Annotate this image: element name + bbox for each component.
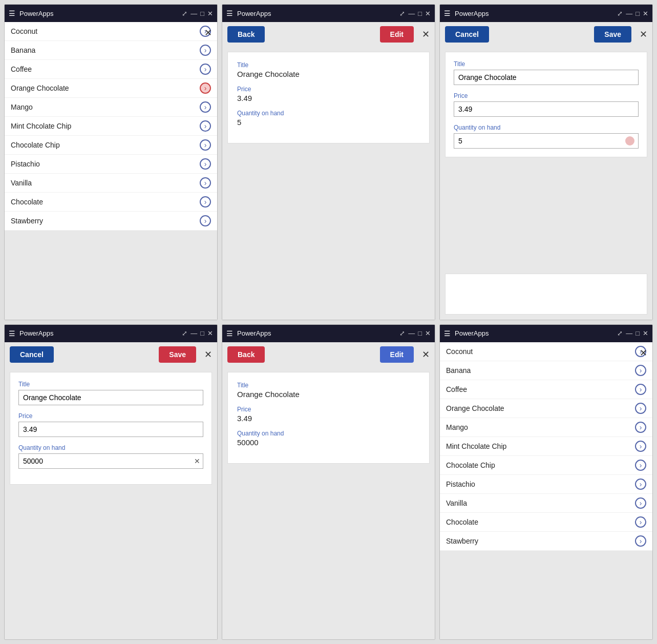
nav-icon-banana[interactable]: › <box>200 45 211 56</box>
list-item-6-mint[interactable]: Mint Chcolate Chip › <box>440 437 652 456</box>
back-button-5[interactable]: Back <box>227 346 265 363</box>
minimize-icon-6[interactable]: — <box>626 329 632 337</box>
minimize-icon-1[interactable]: — <box>190 10 197 17</box>
list-item-vanilla[interactable]: Vanilla › <box>5 174 217 193</box>
title-value-2: Orange Chocolate <box>237 70 420 78</box>
close-x-5[interactable]: ✕ <box>422 349 430 360</box>
close-icon-3[interactable]: ✕ <box>643 10 648 17</box>
form-qty-input-3[interactable] <box>454 133 639 149</box>
list-item-6-mango[interactable]: Mango › <box>440 418 652 437</box>
edit-button-2[interactable]: Edit <box>380 26 414 43</box>
list-item-6-coffee[interactable]: Coffee › <box>440 380 652 399</box>
close-x-3[interactable]: ✕ <box>640 29 647 40</box>
form-title-input-3[interactable] <box>454 70 639 85</box>
window-content-5: Back Edit ✕ Title Orange Chocolate Price… <box>222 342 435 640</box>
nav-icon-6-coffee[interactable]: › <box>635 384 646 395</box>
form-title-input-4[interactable] <box>18 390 203 405</box>
list-item-pistachio[interactable]: Pistachio › <box>5 155 217 174</box>
form-qty-input-4[interactable] <box>18 453 203 469</box>
close-x-6[interactable]: ✕ <box>640 347 647 359</box>
list-item-orange-chocolate[interactable]: Orange Chocolate › <box>5 79 217 98</box>
form-price-input-3[interactable] <box>454 101 639 117</box>
close-icon-4[interactable]: ✕ <box>207 329 213 337</box>
nav-icon-6-strawberry[interactable]: › <box>635 535 646 547</box>
nav-icon-6-banana[interactable]: › <box>635 365 646 376</box>
back-button-2[interactable]: Back <box>227 26 265 43</box>
form-price-input-4[interactable] <box>18 422 203 437</box>
list-item-6-orange[interactable]: Orange Chocolate › <box>440 399 652 418</box>
save-button-3[interactable]: Save <box>594 26 631 43</box>
list-item-strawberry[interactable]: Stawberry › <box>5 212 217 231</box>
window-controls-6: ⤢ — □ ✕ <box>617 329 648 337</box>
nav-icon-chocolate[interactable]: › <box>200 196 211 207</box>
close-x-1[interactable]: ✕ <box>204 27 212 38</box>
restore-icon-5[interactable]: □ <box>418 329 422 337</box>
list-item-chocolate[interactable]: Chocolate › <box>5 193 217 212</box>
menu-icon-5[interactable]: ☰ <box>226 329 233 338</box>
restore-icon-3[interactable]: □ <box>635 10 640 17</box>
edit-button-5[interactable]: Edit <box>380 346 414 363</box>
list-item-6-coconut[interactable]: Coconut › <box>440 342 652 361</box>
nav-icon-mint[interactable]: › <box>200 120 211 132</box>
close-icon-6[interactable]: ✕ <box>643 329 648 337</box>
nav-icon-6-orange[interactable]: › <box>635 403 646 414</box>
minimize-icon-2[interactable]: — <box>408 10 415 17</box>
menu-icon-3[interactable]: ☰ <box>444 9 451 17</box>
nav-icon-choc-chip[interactable]: › <box>200 139 211 151</box>
nav-icon-6-mint[interactable]: › <box>635 441 646 452</box>
menu-icon-1[interactable]: ☰ <box>9 9 15 17</box>
expand-icon-2[interactable]: ⤢ <box>399 10 405 17</box>
list-item-mango[interactable]: Mango › <box>5 98 217 117</box>
item-label-orange-chocolate: Orange Chocolate <box>11 84 69 92</box>
minimize-icon-5[interactable]: — <box>408 329 415 337</box>
restore-icon-2[interactable]: □ <box>418 10 422 17</box>
close-icon-1[interactable]: ✕ <box>207 10 213 17</box>
minimize-icon-3[interactable]: — <box>626 10 632 17</box>
menu-icon-6[interactable]: ☰ <box>444 329 451 338</box>
list-item-6-strawberry[interactable]: Stawberry › <box>440 532 652 551</box>
list-item-mint[interactable]: Mint Chcolate Chip › <box>5 117 217 136</box>
nav-icon-6-pistachio[interactable]: › <box>635 479 646 490</box>
save-button-4[interactable]: Save <box>159 346 196 363</box>
restore-icon-1[interactable]: □ <box>200 10 204 17</box>
nav-icon-6-mango[interactable]: › <box>635 422 646 433</box>
item-label-6-coconut: Coconut <box>446 347 473 356</box>
expand-icon-3[interactable]: ⤢ <box>617 10 623 17</box>
close-x-2[interactable]: ✕ <box>422 29 430 40</box>
list-item-choc-chip[interactable]: Chocolate Chip › <box>5 136 217 155</box>
nav-icon-pistachio[interactable]: › <box>200 158 211 170</box>
minimize-icon-4[interactable]: — <box>190 329 197 337</box>
nav-icon-mango[interactable]: › <box>200 101 211 113</box>
cancel-button-3[interactable]: Cancel <box>445 26 489 43</box>
expand-icon-5[interactable]: ⤢ <box>399 329 405 337</box>
menu-icon-4[interactable]: ☰ <box>9 329 15 338</box>
nav-icon-vanilla[interactable]: › <box>200 177 211 189</box>
menu-icon-2[interactable]: ☰ <box>226 9 233 17</box>
list-item-6-chocolate[interactable]: Chocolate › <box>440 513 652 532</box>
expand-icon-6[interactable]: ⤢ <box>617 329 623 337</box>
cancel-button-4[interactable]: Cancel <box>10 346 54 363</box>
app-title-5: PowerApps <box>237 329 395 337</box>
list-item-6-banana[interactable]: Banana › <box>440 361 652 380</box>
expand-icon-4[interactable]: ⤢ <box>182 329 187 337</box>
list-item-6-vanilla[interactable]: Vanilla › <box>440 494 652 513</box>
list-item-6-choc-chip[interactable]: Chocolate Chip › <box>440 456 652 475</box>
list-item-coffee[interactable]: Coffee › <box>5 60 217 79</box>
item-label-6-coffee: Coffee <box>446 385 467 393</box>
nav-icon-strawberry[interactable]: › <box>200 215 211 226</box>
expand-icon-1[interactable]: ⤢ <box>182 10 187 17</box>
close-x-4[interactable]: ✕ <box>204 349 212 360</box>
nav-icon-coffee[interactable]: › <box>200 64 211 75</box>
nav-icon-6-choc-chip[interactable]: › <box>635 460 646 471</box>
list-item-6-pistachio[interactable]: Pistachio › <box>440 475 652 494</box>
nav-icon-orange-chocolate[interactable]: › <box>200 82 211 94</box>
clear-qty-button-4[interactable]: ✕ <box>194 457 200 465</box>
restore-icon-4[interactable]: □ <box>200 329 204 337</box>
close-icon-2[interactable]: ✕ <box>425 10 431 17</box>
list-item-banana[interactable]: Banana › <box>5 41 217 60</box>
nav-icon-6-chocolate[interactable]: › <box>635 516 646 528</box>
close-icon-5[interactable]: ✕ <box>425 329 431 337</box>
restore-icon-6[interactable]: □ <box>635 329 640 337</box>
nav-icon-6-vanilla[interactable]: › <box>635 497 646 509</box>
list-item-coconut[interactable]: Coconut › <box>5 22 217 41</box>
